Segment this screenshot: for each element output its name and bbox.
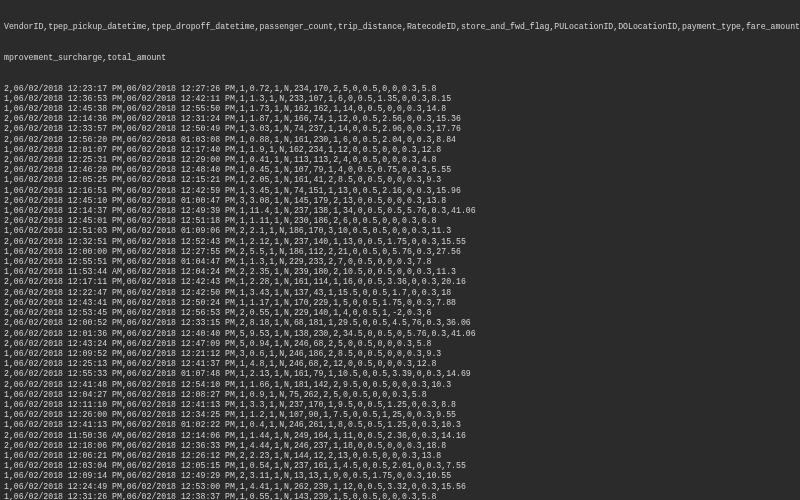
csv-row: 1,06/02/2018 12:00:00 PM,06/02/2018 12:2… — [4, 247, 796, 257]
csv-row: 2,06/02/2018 12:55:33 PM,06/02/2018 01:0… — [4, 369, 796, 379]
csv-row: 2,06/02/2018 12:43:24 PM,06/02/2018 12:4… — [4, 339, 796, 349]
csv-row: 1,06/02/2018 12:55:51 PM,06/02/2018 01:0… — [4, 257, 796, 267]
csv-row: 2,06/02/2018 12:53:45 PM,06/02/2018 12:5… — [4, 308, 796, 318]
csv-row: 1,06/02/2018 12:01:07 PM,06/02/2018 12:1… — [4, 145, 796, 155]
csv-row: 2,06/02/2018 12:46:20 PM,06/02/2018 12:4… — [4, 165, 796, 175]
csv-row: 1,06/02/2018 12:03:04 PM,06/02/2018 12:0… — [4, 461, 796, 471]
csv-header-line-1: VendorID,tpep_pickup_datetime,tpep_dropo… — [4, 22, 796, 32]
csv-row: 2,06/02/2018 11:50:36 AM,06/02/2018 12:1… — [4, 431, 796, 441]
csv-row: 1,06/02/2018 11:53:44 AM,06/02/2018 12:0… — [4, 267, 796, 277]
csv-row: 1,06/02/2018 12:25:13 PM,06/02/2018 12:4… — [4, 359, 796, 369]
csv-row: 1,06/02/2018 12:09:52 PM,06/02/2018 12:2… — [4, 349, 796, 359]
csv-row: 1,06/02/2018 12:41:13 PM,06/02/2018 01:0… — [4, 420, 796, 430]
csv-row: 2,06/02/2018 12:17:11 PM,06/02/2018 12:4… — [4, 277, 796, 287]
csv-row: 2,06/02/2018 12:32:51 PM,06/02/2018 12:5… — [4, 237, 796, 247]
csv-header-line-2: mprovement_surcharge,total_amount — [4, 53, 796, 63]
csv-row: 1,06/02/2018 12:31:26 PM,06/02/2018 12:3… — [4, 492, 796, 500]
csv-row: 1,06/02/2018 12:24:49 PM,06/02/2018 12:5… — [4, 482, 796, 492]
csv-row: 2,06/02/2018 12:00:52 PM,06/02/2018 12:3… — [4, 318, 796, 328]
csv-row: 1,06/02/2018 12:51:03 PM,06/02/2018 01:0… — [4, 226, 796, 236]
csv-row: 1,06/02/2018 12:06:21 PM,06/02/2018 12:2… — [4, 451, 796, 461]
csv-row: 2,06/02/2018 12:23:17 PM,06/02/2018 12:2… — [4, 84, 796, 94]
csv-row: 1,06/02/2018 12:09:14 PM,06/02/2018 12:4… — [4, 471, 796, 481]
csv-row: 1,06/02/2018 12:45:38 PM,06/02/2018 12:5… — [4, 104, 796, 114]
csv-row: 2,06/02/2018 12:43:41 PM,06/02/2018 12:5… — [4, 298, 796, 308]
csv-row: 1,06/02/2018 12:26:00 PM,06/02/2018 12:3… — [4, 410, 796, 420]
csv-row: 1,06/02/2018 12:16:51 PM,06/02/2018 12:4… — [4, 186, 796, 196]
csv-row: 2,06/02/2018 12:18:06 PM,06/02/2018 12:3… — [4, 441, 796, 451]
csv-row: 2,06/02/2018 12:14:36 PM,06/02/2018 12:3… — [4, 114, 796, 124]
csv-row: 1,06/02/2018 12:04:27 PM,06/02/2018 12:0… — [4, 390, 796, 400]
terminal-output: VendorID,tpep_pickup_datetime,tpep_dropo… — [0, 0, 800, 500]
csv-row: 1,06/02/2018 12:05:25 PM,06/02/2018 12:1… — [4, 175, 796, 185]
csv-row: 2,06/02/2018 12:41:48 PM,06/02/2018 12:5… — [4, 380, 796, 390]
csv-row: 1,06/02/2018 12:14:37 PM,06/02/2018 12:4… — [4, 206, 796, 216]
csv-row: 1,06/02/2018 12:36:53 PM,06/02/2018 12:4… — [4, 94, 796, 104]
csv-rows: 2,06/02/2018 12:23:17 PM,06/02/2018 12:2… — [4, 84, 796, 500]
csv-row: 2,06/02/2018 12:56:20 PM,06/02/2018 01:0… — [4, 135, 796, 145]
csv-row: 2,06/02/2018 12:25:31 PM,06/02/2018 12:2… — [4, 155, 796, 165]
csv-row: 2,06/02/2018 12:33:57 PM,06/02/2018 12:5… — [4, 124, 796, 134]
csv-row: 2,06/02/2018 12:45:01 PM,06/02/2018 12:5… — [4, 216, 796, 226]
csv-row: 2,06/02/2018 12:45:10 PM,06/02/2018 01:0… — [4, 196, 796, 206]
csv-row: 2,06/02/2018 12:22:47 PM,06/02/2018 12:4… — [4, 288, 796, 298]
csv-row: 1,06/02/2018 12:11:10 PM,06/02/2018 12:4… — [4, 400, 796, 410]
csv-row: 2,06/02/2018 12:01:36 PM,06/02/2018 12:4… — [4, 329, 796, 339]
